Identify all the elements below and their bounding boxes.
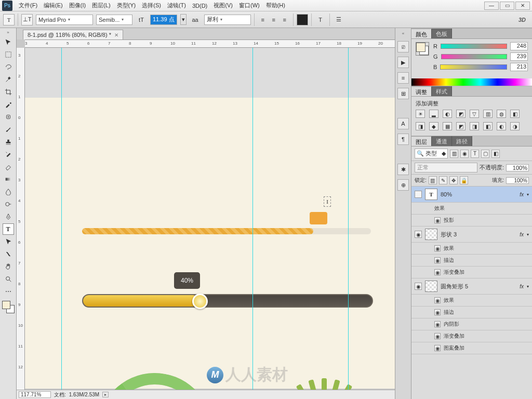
layer-effect[interactable]: ◉图案叠加 [411, 342, 532, 354]
layer-item[interactable]: ◉ 圆角矩形 5 fx▾ [411, 278, 532, 295]
tab-color[interactable]: 颜色 [411, 29, 432, 38]
filter-type-icon[interactable]: T [471, 150, 479, 158]
layers-list[interactable]: T 80% fx▾ 效果 ◉投影 ◉ 形状 3 fx▾ ◉效果 ◉描边 ◉渐变叠… [411, 187, 532, 399]
adj-lookup-icon[interactable]: ▦ [443, 122, 452, 130]
b-slider[interactable] [440, 64, 507, 70]
antialias-combo[interactable]: 犀利▾ [204, 15, 251, 25]
info-panel-icon[interactable]: ⊞ [397, 88, 409, 99]
text-color-swatch[interactable] [297, 14, 308, 25]
crop-tool[interactable] [3, 86, 14, 98]
visibility-toggle[interactable] [415, 191, 422, 198]
guide-line[interactable] [252, 48, 253, 390]
menu-file[interactable]: 文件(F) [16, 2, 41, 9]
font-weight-combo[interactable]: Semib...▾ [96, 15, 132, 25]
align-left-icon[interactable]: ≡ [258, 14, 268, 25]
text-orientation-toggle[interactable]: ⊥T [21, 14, 33, 25]
guide-line[interactable] [61, 48, 62, 390]
layer-effect[interactable]: ◉内阴影 [411, 318, 532, 330]
lock-all-icon[interactable]: 🔒 [460, 176, 468, 184]
menu-window[interactable]: 窗口(W) [236, 2, 263, 9]
layer-effect[interactable]: ◉描边 [411, 307, 532, 318]
menu-3d[interactable]: 3D(D) [189, 3, 210, 9]
lock-position-icon[interactable]: ✥ [449, 176, 458, 184]
layer-item[interactable]: T 80% fx▾ [411, 187, 532, 203]
font-family-combo[interactable]: Myriad Pro▾ [36, 15, 93, 25]
adj-balance-icon[interactable]: ◍ [497, 110, 506, 118]
properties-panel-icon[interactable]: ≡ [397, 72, 409, 84]
menu-edit[interactable]: 编辑(E) [41, 2, 66, 9]
visibility-toggle[interactable]: ◉ [415, 231, 422, 238]
adj-exposure-icon[interactable]: ◩ [456, 110, 466, 118]
path-select-tool[interactable] [3, 236, 14, 247]
layer-effect[interactable]: ◉渐变叠加 [411, 330, 532, 342]
adj-hue-icon[interactable]: ▥ [483, 110, 493, 118]
lasso-tool[interactable] [3, 61, 14, 73]
adj-curves-icon[interactable]: ◐ [443, 110, 452, 118]
adj-invert-icon[interactable]: ◩ [456, 122, 466, 130]
tab-swatches[interactable]: 色板 [432, 29, 452, 38]
menu-select[interactable]: 选择(S) [139, 2, 164, 9]
fill-field[interactable]: 100% [506, 177, 529, 184]
ruler-horizontal[interactable]: 34567891011121314151617181920 [25, 39, 395, 48]
strip-collapse-icon[interactable]: « [401, 30, 405, 37]
visibility-toggle[interactable]: ◉ [434, 217, 441, 223]
lock-transparency-icon[interactable]: ▥ [429, 176, 437, 184]
shape-tool[interactable] [3, 248, 14, 260]
marquee-tool[interactable] [3, 49, 14, 60]
adj-bw-icon[interactable]: ◧ [510, 110, 520, 118]
opacity-field[interactable]: 100% [506, 164, 529, 171]
panel-color-swatch[interactable] [416, 42, 429, 56]
fx-badge[interactable]: fx [520, 232, 524, 237]
dodge-tool[interactable] [3, 198, 14, 210]
move-tool[interactable] [3, 36, 14, 48]
stamp-tool[interactable] [3, 136, 14, 148]
filter-adjust-icon[interactable]: ◉ [460, 150, 469, 158]
current-tool-icon[interactable]: T [3, 14, 15, 25]
zoom-field[interactable]: 117.71% [19, 391, 51, 398]
history-panel-icon[interactable]: ⎚ [397, 41, 409, 52]
blend-mode-combo[interactable]: 正常 [415, 163, 477, 172]
layer-effect[interactable]: ◉投影 [411, 215, 532, 227]
layer-effect[interactable]: ◉效果 [411, 295, 532, 307]
character-panel-icon[interactable]: A [397, 118, 409, 129]
fx-badge[interactable]: fx [520, 284, 524, 289]
r-slider[interactable] [441, 44, 507, 49]
visibility-toggle[interactable]: ◉ [415, 283, 422, 290]
canvas-viewport[interactable]: I 40% M人人素材 [25, 48, 395, 390]
character-panel-icon[interactable]: ☰ [333, 14, 344, 25]
pen-tool[interactable] [3, 211, 14, 222]
menu-type[interactable]: 类型(Y) [114, 2, 139, 9]
tab-channels[interactable]: 通道 [432, 136, 452, 146]
adj-threshold-icon[interactable]: ◧ [483, 122, 493, 130]
font-size-field[interactable]: 11.39 点 [150, 15, 177, 25]
adj-selective-icon[interactable]: ◑ [510, 122, 520, 130]
adj-posterize-icon[interactable]: ◨ [470, 122, 479, 130]
tab-layers[interactable]: 图层 [411, 136, 432, 146]
actions-panel-icon[interactable]: ▶ [397, 57, 409, 68]
g-slider[interactable] [441, 54, 507, 59]
adj-vibrance-icon[interactable]: ▽ [470, 110, 479, 118]
brushes-panel-icon[interactable]: ✱ [397, 164, 409, 175]
layer-effect[interactable]: ◉描边 [411, 255, 532, 267]
blur-tool[interactable] [3, 186, 14, 197]
layer-effect[interactable]: ◉效果 [411, 243, 532, 255]
guide-line[interactable] [348, 48, 349, 390]
gradient-tool[interactable] [3, 174, 14, 185]
adj-channel-mixer-icon[interactable]: ◆ [429, 122, 438, 130]
tab-styles[interactable]: 样式 [432, 86, 452, 96]
eyedropper-tool[interactable] [3, 99, 14, 110]
tools-collapse-icon[interactable]: » [6, 29, 10, 36]
filter-pixel-icon[interactable]: ▥ [450, 150, 458, 158]
tool-extras[interactable]: ⋯ [3, 286, 14, 297]
zoom-tool[interactable] [3, 273, 14, 285]
menu-layer[interactable]: 图层(L) [89, 2, 113, 9]
tab-paths[interactable]: 路径 [452, 136, 472, 146]
window-close[interactable]: ✕ [515, 2, 530, 10]
magic-wand-tool[interactable] [3, 74, 14, 85]
filter-shape-icon[interactable]: ▢ [481, 150, 489, 158]
align-center-icon[interactable]: ≡ [269, 14, 279, 25]
filter-smart-icon[interactable]: ◧ [491, 150, 500, 158]
window-maximize[interactable]: ▭ [500, 2, 514, 10]
r-value[interactable]: 248 [510, 42, 528, 50]
window-minimize[interactable]: — [484, 2, 499, 10]
